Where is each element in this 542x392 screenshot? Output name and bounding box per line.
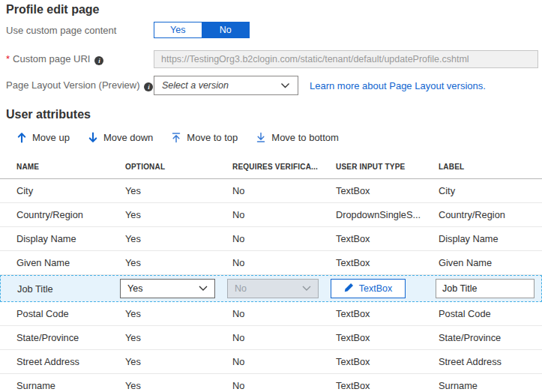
table-row[interactable]: State/ProvinceYesNoTextBoxState/Province [0, 326, 542, 350]
move-to-top-label: Move to top [187, 132, 238, 143]
column-header-label: LABEL [428, 163, 542, 171]
cell-name: Given Name [0, 257, 115, 268]
pencil-icon [344, 283, 354, 295]
arrow-to-top-icon [171, 132, 181, 143]
chevron-down-icon [199, 283, 208, 294]
cell-user-input-type: TextBox [325, 257, 428, 268]
cell-optional: Yes [115, 308, 222, 319]
table-row[interactable]: Postal CodeYesNoTextBoxPostal Code [0, 302, 542, 326]
column-header-name: NAME [0, 163, 115, 171]
cell-requires-verification: No [222, 308, 325, 319]
table-row[interactable]: Country/RegionYesNoDropdownSingleS...Cou… [0, 203, 542, 227]
cell-label: Street Address [428, 356, 542, 367]
cell-label: Display Name [428, 233, 542, 244]
column-header-user-input-type: USER INPUT TYPE [325, 163, 428, 171]
custom-page-uri-label: *Custom page URI [6, 53, 154, 65]
table-row[interactable]: SurnameYesNoTextBoxSurname [0, 374, 542, 392]
cell-requires-verification: No [222, 332, 325, 343]
optional-select[interactable]: Yes [120, 279, 215, 298]
move-up-button[interactable]: Move up [16, 132, 70, 143]
custom-page-content-label: Use custom page content [6, 25, 154, 36]
move-down-button[interactable]: Move down [88, 132, 153, 143]
page-layout-version-row: Page Layout Version (Preview) Select a v… [6, 76, 542, 95]
table-row[interactable]: Street AddressYesNoTextBoxStreet Address [0, 350, 542, 374]
cell-requires-verification: No [222, 233, 325, 244]
page-title: Profile edit page [6, 0, 542, 16]
cell-requires-verification: No [222, 380, 325, 391]
required-asterisk: * [6, 53, 10, 64]
move-to-bottom-button[interactable]: Move to bottom [256, 132, 339, 143]
cell-name: Surname [0, 380, 115, 391]
cell-label: Given Name [428, 257, 542, 268]
attributes-toolbar: Move up Move down Move to top Move to bo… [16, 130, 542, 145]
arrow-to-bottom-icon [256, 132, 266, 143]
move-to-top-button[interactable]: Move to top [171, 132, 238, 143]
cell-user-input-type: TextBox [325, 185, 428, 196]
column-header-requires-verification: REQUIRES VERIFICA... [222, 163, 325, 171]
dropdown-placeholder: Select a version [162, 80, 229, 91]
user-attributes-table: NAME OPTIONAL REQUIRES VERIFICA... USER … [0, 154, 542, 392]
profile-edit-page: Profile edit page Use custom page conten… [0, 0, 542, 392]
cell-user-input-type: TextBox [325, 308, 428, 319]
cell-requires-verification: No [222, 185, 325, 196]
info-icon[interactable] [144, 82, 153, 91]
custom-page-uri-row: *Custom page URI [6, 50, 542, 68]
cell-optional: Yes [115, 356, 222, 367]
move-up-label: Move up [32, 132, 70, 143]
page-layout-version-dropdown[interactable]: Select a version [154, 76, 298, 95]
cell-requires-verification: No [222, 356, 325, 367]
cell-optional: Yes [115, 257, 222, 268]
cell-user-input-type: TextBox [325, 332, 428, 343]
column-header-optional: OPTIONAL [115, 163, 222, 171]
custom-page-uri-input[interactable] [154, 50, 538, 68]
chevron-down-icon [280, 80, 290, 91]
user-input-type-button[interactable]: TextBox [331, 279, 406, 298]
custom-page-content-row: Use custom page content Yes No [6, 22, 542, 38]
toggle-option-yes[interactable]: Yes [154, 22, 202, 37]
cell-label: Surname [428, 380, 542, 391]
cell-user-input-type: DropdownSingleS... [325, 209, 428, 220]
toggle-option-no[interactable]: No [202, 22, 250, 37]
cell-optional: Yes [115, 209, 222, 220]
cell-label: Postal Code [428, 308, 542, 319]
cell-optional: Yes [115, 380, 222, 391]
cell-optional-editor: Yes [115, 279, 223, 298]
info-icon[interactable] [94, 56, 103, 65]
cell-label: Country/Region [428, 209, 542, 220]
page-layout-learn-more-link[interactable]: Learn more about Page Layout versions. [310, 80, 486, 91]
chevron-down-icon [302, 283, 311, 294]
cell-label: City [428, 185, 542, 196]
cell-optional: Yes [115, 233, 222, 244]
arrow-up-icon [16, 132, 27, 143]
page-layout-version-label: Page Layout Version (Preview) [6, 79, 154, 91]
cell-user-input-type: TextBox [325, 233, 428, 244]
label-input[interactable] [436, 279, 535, 298]
cell-optional: Yes [115, 332, 222, 343]
cell-name: Postal Code [0, 308, 115, 319]
custom-page-content-toggle: Yes No [154, 22, 250, 38]
cell-name: Country/Region [0, 209, 115, 220]
cell-optional: Yes [115, 185, 222, 196]
table-row-editing[interactable]: Job TitleYesNoTextBox [0, 275, 542, 302]
cell-user-input-type: TextBox [325, 356, 428, 367]
cell-requires-verification: No [222, 209, 325, 220]
table-row[interactable]: Given NameYesNoTextBoxGiven Name [0, 251, 542, 275]
arrow-down-icon [88, 132, 98, 143]
requires-verification-select-disabled: No [227, 279, 319, 298]
move-down-label: Move down [103, 132, 153, 143]
cell-name: Job Title [1, 283, 115, 295]
user-attributes-heading: User attributes [6, 107, 542, 122]
cell-name: State/Province [0, 332, 115, 343]
cell-requires-verification-editor: No [223, 279, 326, 298]
move-to-bottom-label: Move to bottom [271, 132, 339, 143]
cell-user-input-type-editor: TextBox [326, 279, 429, 298]
table-header: NAME OPTIONAL REQUIRES VERIFICA... USER … [0, 154, 542, 179]
attributes-table-body: CityYesNoTextBoxCityCountry/RegionYesNoD… [0, 179, 542, 392]
table-row[interactable]: CityYesNoTextBoxCity [0, 179, 542, 203]
cell-name: City [0, 185, 115, 196]
cell-name: Street Address [0, 356, 115, 367]
cell-user-input-type: TextBox [325, 380, 428, 391]
cell-name: Display Name [0, 233, 115, 244]
cell-label: State/Province [428, 332, 542, 343]
table-row[interactable]: Display NameYesNoTextBoxDisplay Name [0, 227, 542, 251]
